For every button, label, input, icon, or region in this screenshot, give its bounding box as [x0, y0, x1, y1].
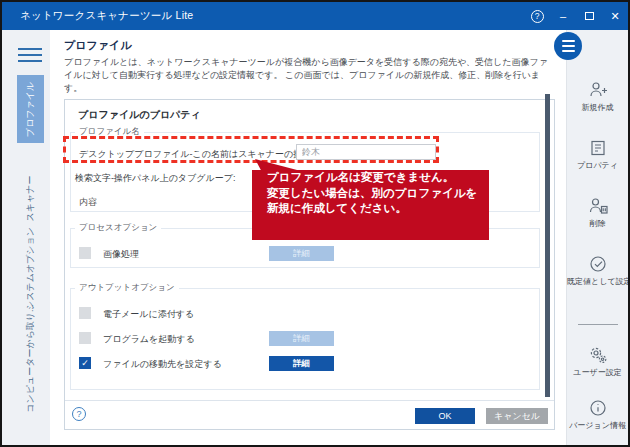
output-options-legend: アウトプットオプション	[75, 282, 179, 294]
callout-line2: 変更したい場合は、別のプロファイルを	[267, 186, 489, 202]
vertical-scrollbar[interactable]	[545, 94, 550, 397]
panel-title: プロファイルのプロパティ	[78, 108, 201, 122]
left-sidebar: プロファイル スキャナー システムオプション コンピューターから取り...	[2, 30, 50, 445]
minimize-button[interactable]: –	[550, 2, 576, 30]
user-delete-icon	[588, 196, 608, 216]
option-row-image-processing: 画像処理 詳細	[79, 246, 531, 262]
attach-email-checkbox[interactable]	[79, 307, 91, 319]
ok-button[interactable]: OK	[415, 408, 475, 424]
option-label: 画像処理	[103, 248, 139, 261]
check-circle-icon	[588, 254, 608, 274]
sidebar-tab-profile[interactable]: プロファイル	[17, 75, 44, 143]
option-row-program: プログラムを起動する 詳細	[79, 331, 531, 347]
image-processing-checkbox[interactable]	[79, 247, 91, 259]
callout-line1: プロファイル名は変更できません。	[267, 170, 489, 186]
info-icon	[588, 398, 608, 418]
window-title: ネットワークスキャナーツール Lite	[20, 9, 193, 23]
option-label: ファイルの移動先を設定する	[103, 358, 222, 371]
launch-program-detail-button[interactable]: 詳細	[269, 331, 334, 346]
search-tab-group-label: 検索文字-操作パネル上のタブグループ:	[75, 172, 235, 185]
app-window: ネットワークスキャナーツール Lite ? – ✕ プロファイル スキャナー シ…	[0, 0, 630, 447]
option-label: プログラムを起動する	[103, 333, 195, 346]
help-icon: ?	[531, 10, 544, 23]
menu-hamburger-icon[interactable]	[18, 48, 42, 66]
page-description: プロファイルとは、ネットワークスキャナーツールが複合機から画像データを受信する際…	[64, 56, 556, 95]
page-title: プロファイル	[64, 38, 132, 53]
maximize-icon	[585, 12, 594, 20]
properties-icon	[588, 138, 608, 158]
sidebar-divider	[578, 324, 618, 325]
callout-line3: 新規に作成してください。	[267, 201, 489, 217]
main-content: プロファイル プロファイルとは、ネットワークスキャナーツールが複合機から画像デー…	[50, 30, 560, 445]
output-options-group: アウトプットオプション 電子メールに添付する プログラムを起動する 詳細 ✓ フ…	[70, 282, 540, 390]
option-label: 電子メールに添付する	[103, 308, 194, 321]
version-info-button[interactable]: バージョン情報	[567, 398, 628, 431]
window-controls: ? – ✕	[524, 2, 628, 30]
maximize-button[interactable]	[576, 2, 602, 30]
profile-properties-panel: プロファイルのプロパティ プロファイル名 デスクトッププロファイル-この名前はス…	[64, 99, 555, 430]
launch-program-checkbox[interactable]	[79, 332, 91, 344]
titlebar: ネットワークスキャナーツール Lite ? – ✕	[2, 2, 628, 30]
cancel-button[interactable]: キャンセル	[486, 408, 548, 424]
option-row-email: 電子メールに添付する	[79, 306, 531, 322]
sidebar-tab-from-computer[interactable]: コンピューターから取り...	[17, 308, 44, 408]
warning-callout: プロファイル名は変更できません。 変更したい場合は、別のプロファイルを 新規に作…	[252, 170, 489, 240]
profile-menu-fab[interactable]	[554, 32, 582, 60]
process-options-legend: プロセスオプション	[75, 222, 161, 234]
set-default-button[interactable]: 既定値として設定	[567, 254, 628, 287]
sidebar-tab-scanner[interactable]: スキャナー	[17, 170, 44, 226]
panel-footer: ? OK キャンセル	[65, 400, 554, 430]
profile-name-legend: プロファイル名	[75, 126, 144, 138]
content-label: 内容	[79, 196, 97, 209]
titlebar-help-button[interactable]: ?	[524, 2, 550, 30]
file-destination-detail-button[interactable]: 詳細	[269, 356, 334, 371]
new-profile-button[interactable]: 新規作成	[567, 80, 628, 113]
image-processing-detail-button[interactable]: 詳細	[269, 246, 334, 261]
profile-name-input[interactable]	[296, 144, 436, 160]
delete-button[interactable]: 削除	[567, 196, 628, 229]
option-row-file-destination: ✓ ファイルの移動先を設定する 詳細	[79, 356, 531, 372]
properties-button[interactable]: プロパティ	[567, 138, 628, 171]
close-button[interactable]: ✕	[602, 2, 628, 30]
sidebar-tab-system-options[interactable]: システムオプション	[17, 232, 44, 304]
right-sidebar: 新規作成 プロパティ 削除 既定値として設定 ユーザー設定	[566, 30, 628, 445]
user-settings-button[interactable]: ユーザー設定	[567, 345, 628, 378]
file-destination-checkbox[interactable]: ✓	[79, 357, 91, 369]
panel-help-icon[interactable]: ?	[72, 407, 86, 421]
user-add-icon	[588, 80, 608, 100]
gears-icon	[588, 345, 608, 365]
